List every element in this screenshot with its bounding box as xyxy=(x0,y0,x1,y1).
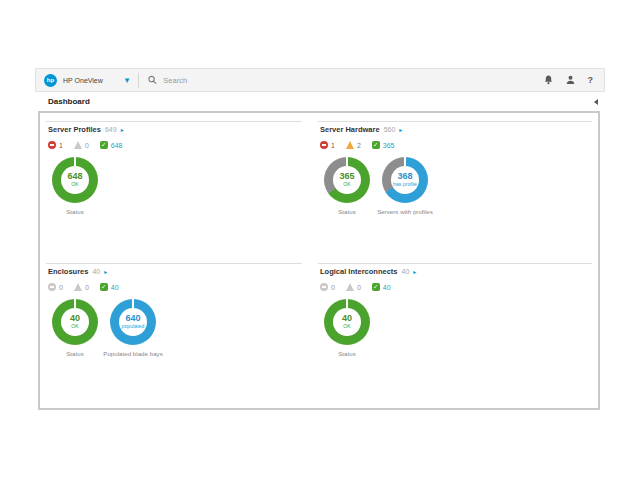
stat-ok[interactable]: 365 xyxy=(372,141,395,149)
donut-caption: Status xyxy=(338,208,356,215)
chevron-down-icon[interactable]: ▾ xyxy=(125,76,130,85)
panel-link-arrow-icon[interactable] xyxy=(121,126,124,133)
warning-icon xyxy=(74,283,82,291)
hp-logo-icon: hp xyxy=(44,74,57,87)
ok-check-icon xyxy=(372,141,380,149)
stat-ok[interactable]: 40 xyxy=(100,283,119,291)
stat-value: 648 xyxy=(111,142,123,149)
page-header: Dashboard xyxy=(35,92,605,111)
stat-value: 0 xyxy=(59,284,63,291)
donut-chart[interactable]: 365 OK xyxy=(324,157,370,203)
panel-server-hardware: Server Hardware 560 1 2 365 xyxy=(318,121,592,215)
donut-chart[interactable]: 40 OK xyxy=(52,299,98,345)
status-donut[interactable]: 40 OK Status xyxy=(52,299,98,357)
donut-sublabel: OK xyxy=(71,181,79,188)
stat-value: 1 xyxy=(59,142,63,149)
status-donut[interactable]: 40 OK Status xyxy=(324,299,370,357)
panel-server-profiles: Server Profiles 649 1 0 648 xyxy=(46,121,302,215)
stat-critical[interactable]: 1 xyxy=(320,141,335,149)
panel-title[interactable]: Server Profiles xyxy=(48,125,101,134)
panel-count: 40 xyxy=(402,268,410,275)
donut-number: 40 xyxy=(342,314,352,323)
search-input[interactable] xyxy=(161,75,365,86)
panel-link-arrow-icon[interactable] xyxy=(413,268,416,275)
donut-number: 365 xyxy=(339,172,354,181)
panel-count: 40 xyxy=(92,268,100,275)
stat-value: 0 xyxy=(331,284,335,291)
stat-warning[interactable]: 0 xyxy=(74,283,89,291)
panel-title[interactable]: Logical Interconnects xyxy=(320,267,398,276)
donut-sublabel: OK xyxy=(343,181,351,188)
status-donut[interactable]: 648 OK Status xyxy=(52,157,98,215)
search-icon xyxy=(148,75,157,85)
donut-number: 640 xyxy=(125,314,140,323)
donut-chart[interactable]: 368 has profile xyxy=(382,157,428,203)
stat-warning[interactable]: 2 xyxy=(346,141,361,149)
warning-icon xyxy=(346,283,354,291)
donut-number: 648 xyxy=(67,172,82,181)
top-bar: hp HP OneView ▾ ? xyxy=(35,68,605,92)
app-window: hp HP OneView ▾ ? Dashboard xyxy=(0,0,640,480)
donut-chart[interactable]: 640 populated xyxy=(110,299,156,345)
blade-bays-donut[interactable]: 640 populated Populated blade bays xyxy=(110,299,156,357)
topbar-divider xyxy=(138,73,139,88)
critical-icon xyxy=(320,141,328,149)
panel-title[interactable]: Enclosures xyxy=(48,267,88,276)
panel-title[interactable]: Server Hardware xyxy=(320,125,380,134)
stat-value: 365 xyxy=(383,142,395,149)
donut-caption: Status xyxy=(66,350,84,357)
donut-sublabel: OK xyxy=(71,323,79,330)
stat-value: 0 xyxy=(85,142,89,149)
stat-value: 40 xyxy=(111,284,119,291)
page-title: Dashboard xyxy=(48,97,90,106)
stat-warning[interactable]: 0 xyxy=(346,283,361,291)
stat-critical[interactable]: 1 xyxy=(48,141,63,149)
stat-ok[interactable]: 40 xyxy=(372,283,391,291)
panel-link-arrow-icon[interactable] xyxy=(399,126,402,133)
warning-icon xyxy=(74,141,82,149)
stat-value: 0 xyxy=(85,284,89,291)
donut-chart[interactable]: 648 OK xyxy=(52,157,98,203)
donut-caption: Servers with profiles xyxy=(377,208,433,215)
ok-check-icon xyxy=(100,141,108,149)
critical-icon xyxy=(48,141,56,149)
app-name: HP OneView xyxy=(63,77,103,84)
panel-link-arrow-icon[interactable] xyxy=(104,268,107,275)
profiles-donut[interactable]: 368 has profile Servers with profiles xyxy=(382,157,428,215)
critical-icon xyxy=(320,283,328,291)
panel-count: 649 xyxy=(105,126,117,133)
critical-icon xyxy=(48,283,56,291)
user-icon[interactable] xyxy=(566,75,575,85)
donut-sublabel: has profile xyxy=(393,181,417,188)
warning-icon xyxy=(346,141,354,149)
stat-value: 2 xyxy=(357,142,361,149)
status-donut[interactable]: 365 OK Status xyxy=(324,157,370,215)
stat-critical[interactable]: 0 xyxy=(320,283,335,291)
stat-value: 0 xyxy=(357,284,361,291)
panel-enclosures: Enclosures 40 0 0 40 xyxy=(46,263,302,357)
donut-sublabel: OK xyxy=(343,323,351,330)
donut-caption: Status xyxy=(66,208,84,215)
donut-number: 368 xyxy=(397,172,412,181)
donut-caption: Status xyxy=(338,350,356,357)
panel-logical-interconnects: Logical Interconnects 40 0 0 40 xyxy=(318,263,592,357)
collapse-arrow-icon[interactable] xyxy=(594,99,598,105)
help-icon[interactable]: ? xyxy=(588,75,594,85)
donut-caption: Populated blade bays xyxy=(103,350,163,357)
search-box[interactable] xyxy=(148,75,543,86)
ok-check-icon xyxy=(100,283,108,291)
panel-count: 560 xyxy=(384,126,396,133)
dashboard-content: Server Profiles 649 1 0 648 xyxy=(38,111,600,410)
donut-sublabel: populated xyxy=(122,323,145,330)
donut-chart[interactable]: 40 OK xyxy=(324,299,370,345)
notifications-bell-icon[interactable] xyxy=(544,75,553,85)
stat-value: 40 xyxy=(383,284,391,291)
stat-ok[interactable]: 648 xyxy=(100,141,123,149)
donut-number: 40 xyxy=(70,314,80,323)
stat-value: 1 xyxy=(331,142,335,149)
stat-critical[interactable]: 0 xyxy=(48,283,63,291)
ok-check-icon xyxy=(372,283,380,291)
stat-warning[interactable]: 0 xyxy=(74,141,89,149)
